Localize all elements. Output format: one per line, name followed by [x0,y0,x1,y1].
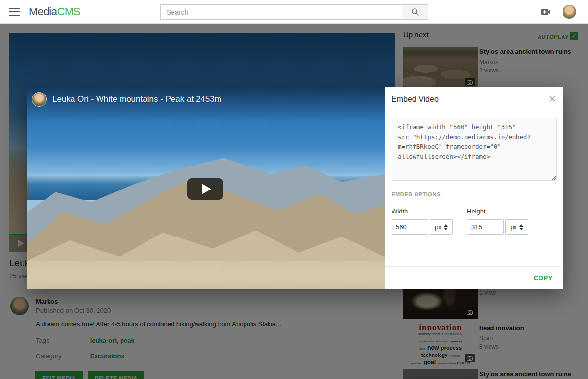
play-icon [202,184,211,194]
search-bar [160,4,428,20]
unit-label: px [435,223,441,231]
preview-video-title[interactable]: Leuka Ori - White mountains - Peak at 24… [52,95,221,104]
height-unit-select[interactable]: px [505,219,528,235]
logo-cms-text: CMS [57,5,80,18]
width-unit-select[interactable]: px [430,219,453,235]
dialog-title: Embed Video [392,95,439,104]
height-label: Height [467,208,542,215]
search-button[interactable] [402,4,428,20]
embed-code-textarea[interactable]: <iframe width="560" height="315" src="ht… [392,118,557,181]
height-input[interactable] [467,219,504,235]
close-icon[interactable]: × [549,93,556,105]
top-app-bar: MediaCMS [0,0,588,24]
copy-button[interactable]: COPY [534,274,553,282]
unit-label: px [510,223,517,231]
embed-preview-player[interactable]: Leuka Ori - White mountains - Peak at 24… [27,87,385,289]
embed-panel: Embed Video × <iframe width="560" height… [385,87,564,289]
logo-media-text: Media [29,5,57,18]
spinner-icon [519,224,523,230]
preview-foreground [27,261,385,289]
menu-icon[interactable] [9,8,20,16]
embed-video-dialog: Leuka Ori - White mountains - Peak at 24… [27,87,564,289]
spinner-icon [444,224,448,230]
search-icon [411,8,419,16]
mediacms-logo[interactable]: MediaCMS [29,5,80,18]
width-label: Width [392,208,467,215]
width-input[interactable] [392,219,428,235]
embed-options-label: EMBED OPTIONS [392,191,557,197]
user-avatar[interactable] [563,5,576,19]
preview-channel-avatar[interactable] [32,92,47,107]
search-input[interactable] [160,4,402,20]
upload-video-icon[interactable] [540,6,552,18]
big-play-button[interactable] [187,178,223,200]
